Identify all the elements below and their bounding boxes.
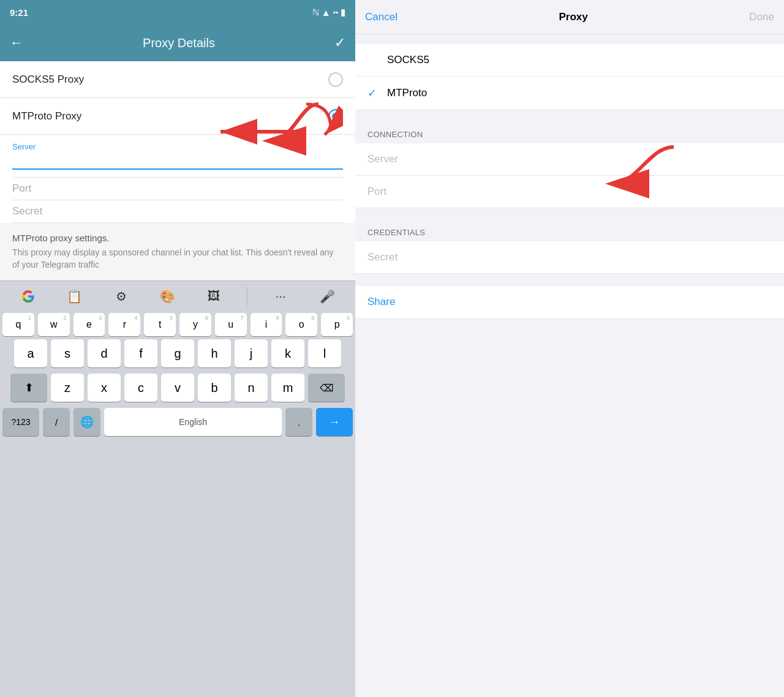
section-spacer-1 — [355, 110, 784, 122]
battery-icon: ▮ — [341, 7, 345, 18]
palette-icon[interactable]: 🎨 — [154, 283, 181, 310]
key-b[interactable]: b — [198, 374, 231, 402]
key-m[interactable]: m — [271, 374, 304, 402]
connection-label: CONNECTION — [368, 130, 423, 139]
info-title: MTProto proxy settings. — [12, 233, 343, 243]
status-bar: 9:21 ℕ ▲ ▪▪ ▮ — [0, 0, 355, 24]
globe-key[interactable]: 🌐 — [74, 408, 100, 436]
key-s[interactable]: s — [51, 339, 84, 367]
key-r[interactable]: r4 — [108, 313, 140, 336]
done-button[interactable]: Done — [749, 11, 774, 23]
key-row-zxcv: ⬆ z x c v b n m ⌫ — [0, 371, 355, 405]
proxy-options-list: SOCKS5 Proxy MTProto Proxy — [0, 61, 355, 135]
key-o[interactable]: o9 — [285, 313, 317, 336]
key-y[interactable]: y6 — [179, 313, 211, 336]
slash-key[interactable]: / — [43, 408, 70, 436]
confirm-button[interactable]: ✓ — [334, 35, 345, 51]
key-q[interactable]: q1 — [2, 313, 34, 336]
port-field[interactable]: Port — [12, 178, 343, 200]
key-a[interactable]: a — [14, 339, 47, 367]
key-k[interactable]: k — [271, 339, 304, 367]
mtproto-label: MTProto Proxy — [12, 110, 81, 122]
server-input[interactable] — [12, 154, 343, 170]
ios-share-row[interactable]: Share — [355, 286, 784, 318]
form-section: Server Port Secret — [0, 135, 355, 223]
ios-panel: Cancel Proxy Done SOCKS5 ✓ MTProto CONNE… — [355, 0, 784, 697]
ios-socks5-label: SOCKS5 — [387, 54, 429, 66]
mtproto-checkmark: ✓ — [368, 86, 380, 100]
settings-icon[interactable]: ⚙ — [108, 283, 135, 310]
key-u[interactable]: u7 — [215, 313, 247, 336]
key-i[interactable]: i8 — [251, 313, 282, 336]
server-label: Server — [12, 142, 343, 151]
key-l[interactable]: l — [308, 339, 341, 367]
wifi-icon: ▲ — [322, 7, 331, 18]
key-g[interactable]: g — [161, 339, 194, 367]
ios-secret-field[interactable]: Secret — [355, 241, 784, 274]
key-c[interactable]: c — [124, 374, 157, 402]
socks5-option-row[interactable]: SOCKS5 Proxy — [0, 61, 355, 98]
mtproto-radio[interactable] — [328, 109, 343, 124]
credentials-label: CREDENTIALS — [368, 228, 425, 237]
shift-key[interactable]: ⬆ — [10, 374, 47, 402]
key-x[interactable]: x — [88, 374, 121, 402]
ios-port-field[interactable]: Port — [355, 176, 784, 208]
signal-icon: ▪▪ — [333, 8, 338, 17]
mtproto-option-row[interactable]: MTProto Proxy — [0, 98, 355, 135]
ios-server-field[interactable]: Server — [355, 143, 784, 176]
info-body: This proxy may display a sponsored chann… — [12, 247, 343, 271]
key-d[interactable]: d — [88, 339, 121, 367]
ios-mtproto-label: MTProto — [387, 87, 427, 99]
key-j[interactable]: j — [235, 339, 268, 367]
mic-icon[interactable]: 🎤 — [314, 283, 341, 310]
connection-fields: Server Port — [355, 143, 784, 208]
page-title: Proxy Details — [143, 36, 215, 50]
key-row-bottom: ?123 / 🌐 English . → — [0, 405, 355, 439]
key-row-nums: q1 w2 e3 r4 t5 y6 u7 i8 o9 p0 — [0, 311, 355, 336]
submit-key[interactable]: → — [316, 408, 353, 436]
image-icon[interactable]: 🖼 — [200, 283, 227, 310]
secret-field[interactable]: Secret — [12, 200, 343, 223]
radio-inner-fill — [332, 113, 339, 120]
key-t[interactable]: t5 — [144, 313, 176, 336]
ios-server-placeholder: Server — [368, 153, 398, 165]
socks5-radio[interactable] — [328, 72, 343, 87]
android-panel: 9:21 ℕ ▲ ▪▪ ▮ ← Proxy Details ✓ SOCKS5 P… — [0, 0, 355, 697]
num-key[interactable]: ?123 — [2, 408, 39, 436]
keyboard-toolbar: 📋 ⚙ 🎨 🖼 ··· 🎤 — [0, 281, 355, 311]
connection-section-header: CONNECTION — [355, 122, 784, 143]
key-z[interactable]: z — [51, 374, 84, 402]
credentials-fields: Secret — [355, 241, 784, 274]
ios-port-placeholder: Port — [368, 186, 386, 198]
section-spacer-3 — [355, 274, 784, 286]
key-w[interactable]: w2 — [38, 313, 70, 336]
section-spacer-2 — [355, 208, 784, 220]
key-f[interactable]: f — [124, 339, 157, 367]
cancel-button[interactable]: Cancel — [365, 11, 398, 23]
ios-secret-placeholder: Secret — [368, 251, 398, 263]
ios-socks5-row[interactable]: SOCKS5 — [355, 44, 784, 77]
app-header: ← Proxy Details ✓ — [0, 24, 355, 61]
info-section: MTProto proxy settings. This proxy may d… — [0, 223, 355, 281]
ios-page-title: Proxy — [559, 11, 588, 23]
google-icon[interactable] — [15, 283, 42, 310]
toolbar-separator — [247, 287, 247, 306]
ios-header: Cancel Proxy Done — [355, 0, 784, 34]
nfc-icon: ℕ — [312, 7, 319, 17]
more-icon[interactable]: ··· — [267, 283, 294, 310]
status-icons: ℕ ▲ ▪▪ ▮ — [312, 7, 345, 18]
space-key[interactable]: English — [104, 408, 282, 436]
keyboard: q1 w2 e3 r4 t5 y6 u7 i8 o9 p0 a s d f g … — [0, 311, 355, 697]
back-button[interactable]: ← — [10, 35, 23, 51]
ios-mtproto-row[interactable]: ✓ MTProto — [355, 77, 784, 110]
period-key[interactable]: . — [285, 408, 312, 436]
key-e[interactable]: e3 — [74, 313, 105, 336]
key-p[interactable]: p0 — [321, 313, 353, 336]
key-row-asdf: a s d f g h j k l — [0, 336, 355, 371]
key-h[interactable]: h — [198, 339, 231, 367]
key-v[interactable]: v — [161, 374, 194, 402]
clipboard-icon[interactable]: 📋 — [61, 283, 88, 310]
backspace-key[interactable]: ⌫ — [308, 374, 345, 402]
share-label[interactable]: Share — [368, 296, 395, 308]
key-n[interactable]: n — [235, 374, 268, 402]
